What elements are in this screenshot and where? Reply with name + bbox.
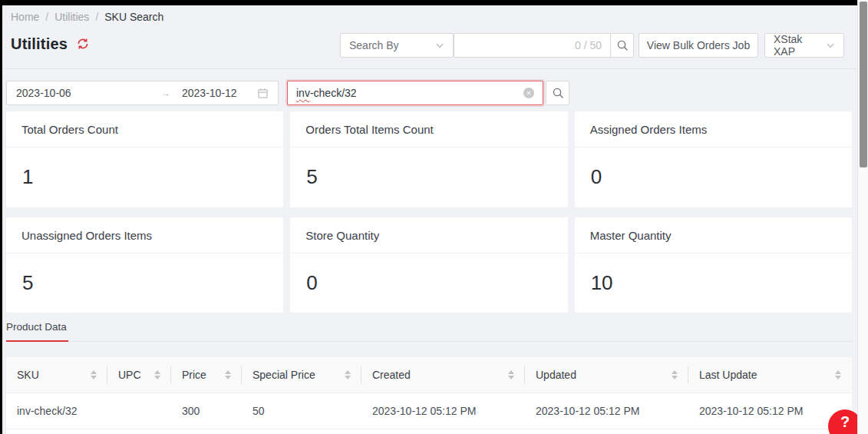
help-label: ?: [840, 413, 850, 431]
clear-icon[interactable]: ×: [523, 88, 534, 98]
page: Home / Utilities / SKU Search Utilities …: [2, 5, 857, 434]
sku-search-button[interactable]: [546, 81, 569, 105]
stat-value: 0: [591, 165, 602, 189]
stat-value: 5: [22, 271, 33, 295]
header-search-button[interactable]: [610, 33, 634, 58]
page-title: Utilities: [11, 35, 68, 53]
sort-icon: [508, 370, 514, 379]
header-controls: Search By 0 / 50 View Bulk Orders Job XS…: [340, 33, 844, 58]
table-row: inv-check/32 300 50 2023-10-12 05:12 PM …: [6, 393, 852, 429]
cell-sku: inv-check/32: [6, 393, 107, 429]
chevron-down-icon: [435, 41, 444, 50]
search-by-select[interactable]: Search By: [340, 33, 454, 58]
stat-value: 0: [306, 271, 317, 295]
scrollbar-track[interactable]: [857, 0, 868, 434]
product-data-table: SKU UPC Price Special Price Created Upda…: [6, 357, 852, 434]
cell-price: 300: [171, 393, 242, 429]
stat-card-assigned-orders-items: Assigned Orders Items 0: [575, 111, 852, 207]
column-header-upc[interactable]: UPC: [107, 357, 171, 393]
cell-last-update: 2023-10-12 05:12 PM: [688, 393, 852, 429]
stat-value: 5: [306, 165, 317, 189]
stat-label: Store Quantity: [305, 229, 379, 242]
date-start-input[interactable]: 2023-10-06: [16, 87, 160, 99]
cell-updated: 2023-10-12 05:12 PM: [525, 393, 688, 429]
breadcrumb-home[interactable]: Home: [11, 11, 39, 23]
column-header-price[interactable]: Price: [171, 357, 242, 393]
sku-search-input[interactable]: inv-check/32 ×: [287, 81, 543, 105]
stat-card-store-quantity: Store Quantity 0: [290, 217, 567, 313]
sort-icon: [154, 370, 160, 379]
cell-upc: [107, 393, 171, 429]
view-bulk-orders-job-button[interactable]: View Bulk Orders Job: [639, 33, 758, 58]
sort-icon: [345, 370, 351, 379]
stat-card-unassigned-orders-items: Unassigned Orders Items 5: [6, 217, 283, 313]
sort-icon: [835, 370, 841, 379]
header-search-input[interactable]: [463, 39, 575, 51]
tabs-bar: Product Data: [6, 317, 853, 342]
stat-value: 1: [22, 165, 33, 189]
stats-grid: Total Orders Count 1 Orders Total Items …: [6, 111, 852, 313]
refresh-icon[interactable]: [76, 37, 90, 51]
column-header-updated[interactable]: Updated: [525, 357, 688, 393]
stat-card-master-quantity: Master Quantity 10: [575, 217, 852, 313]
breadcrumb-sku-search: SKU Search: [104, 11, 163, 23]
column-header-sku[interactable]: SKU: [6, 357, 107, 393]
breadcrumb-separator: /: [95, 11, 98, 23]
tab-product-data[interactable]: Product Data: [6, 317, 68, 342]
chevron-down-icon: [826, 41, 835, 50]
date-end-input[interactable]: 2023-10-12: [173, 87, 257, 99]
search-icon: [552, 87, 564, 99]
calendar-icon: [257, 88, 269, 99]
stat-card-total-orders-count: Total Orders Count 1: [6, 111, 283, 207]
search-icon: [616, 39, 629, 51]
sku-search-group: inv-check/32 ×: [287, 81, 569, 105]
breadcrumb-separator: /: [45, 11, 48, 23]
column-header-special-price[interactable]: Special Price: [242, 357, 361, 393]
cell-created: 2023-10-12 05:12 PM: [361, 393, 525, 429]
sku-search-value: inv-check/32: [296, 87, 357, 99]
stat-label: Unassigned Orders Items: [21, 229, 152, 242]
breadcrumb: Home / Utilities / SKU Search: [11, 11, 163, 23]
sort-icon: [225, 370, 231, 379]
cell-special-price: 50: [242, 393, 361, 429]
stat-label: Orders Total Items Count: [305, 123, 433, 136]
header-divider: [2, 68, 857, 69]
stat-label: Assigned Orders Items: [590, 123, 708, 136]
search-by-label: Search By: [349, 39, 399, 51]
table-header-row: SKU UPC Price Special Price Created Upda…: [6, 357, 852, 393]
filter-row: 2023-10-06 → 2023-10-12 inv-check/32 ×: [6, 81, 569, 105]
stat-label: Master Quantity: [590, 229, 672, 242]
stat-card-orders-total-items-count: Orders Total Items Count 5: [290, 111, 567, 207]
stat-value: 10: [591, 271, 613, 295]
sort-icon: [91, 370, 97, 379]
store-select[interactable]: XStak XAP: [764, 33, 844, 58]
char-counter: 0 / 50: [575, 39, 602, 51]
store-select-value: XStak XAP: [774, 33, 826, 58]
breadcrumb-utilities[interactable]: Utilities: [54, 11, 89, 23]
app-window: { "breadcrumb": { "separator": "/", "ite…: [0, 0, 868, 434]
column-header-last-update[interactable]: Last Update: [688, 357, 852, 393]
date-range-picker[interactable]: 2023-10-06 → 2023-10-12: [6, 81, 279, 105]
scrollbar-thumb[interactable]: [860, 2, 867, 167]
title-row: Utilities: [11, 31, 90, 57]
column-header-created[interactable]: Created: [361, 357, 525, 393]
arrow-right-icon: →: [160, 88, 173, 99]
stat-label: Total Orders Count: [21, 123, 118, 136]
sort-icon: [672, 370, 678, 379]
header-search-field: 0 / 50: [454, 33, 611, 58]
